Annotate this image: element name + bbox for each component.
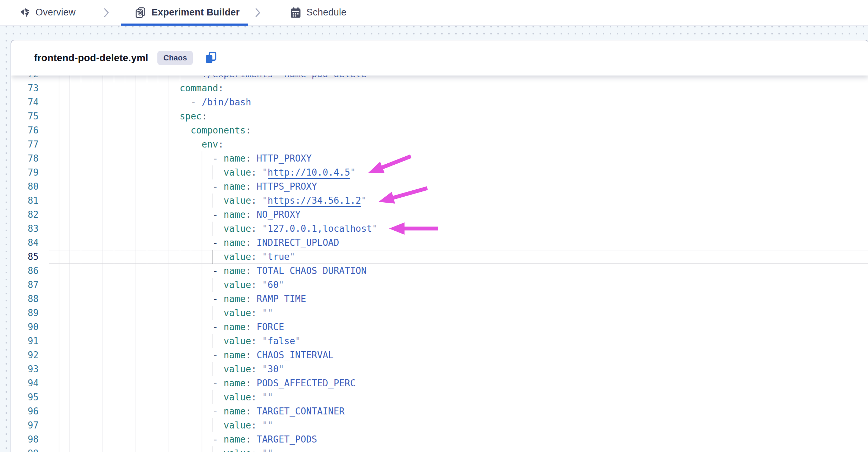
code-line[interactable]: 87 value: "60" xyxy=(11,278,868,292)
code-line[interactable]: 95 value: "" xyxy=(11,390,868,404)
url-link[interactable]: http://10.0.4.5 xyxy=(268,167,350,179)
code-line-text: - name: TARGET_PODS xyxy=(59,432,317,446)
line-number[interactable]: 75 xyxy=(11,109,39,123)
code-line[interactable]: 96 - name: TARGET_CONTAINER xyxy=(11,404,868,418)
code-line-text: value: "" xyxy=(59,418,273,432)
code-line[interactable]: 88 - name: RAMP_TIME xyxy=(11,292,868,306)
line-number[interactable]: 81 xyxy=(11,194,39,208)
code-line[interactable]: 80 - name: HTTPS_PROXY xyxy=(11,179,868,194)
line-number[interactable]: 79 xyxy=(11,165,39,179)
breadcrumb-item-schedule[interactable]: Schedule xyxy=(289,7,346,19)
line-number[interactable]: 99 xyxy=(11,446,39,452)
file-name: frontend-pod-delete.yml xyxy=(34,52,148,64)
line-number[interactable]: 96 xyxy=(11,404,39,418)
line-number[interactable]: 73 xyxy=(11,81,39,95)
breadcrumb-label: Schedule xyxy=(306,7,346,18)
code-line[interactable]: 73 command: xyxy=(11,81,868,95)
line-number[interactable]: 97 xyxy=(11,418,39,432)
code-line[interactable]: 72 - ./experiments -name pod-delete xyxy=(11,76,868,81)
code-line-text: value: "30" xyxy=(59,362,284,376)
code-line[interactable]: 90 - name: FORCE xyxy=(11,320,868,334)
line-number[interactable]: 72 xyxy=(11,76,39,81)
code-line[interactable]: 99 value: "" xyxy=(11,446,868,452)
line-number[interactable]: 98 xyxy=(11,432,39,446)
line-number[interactable]: 80 xyxy=(11,179,39,194)
code-line[interactable]: 85 value: "true" xyxy=(11,250,868,264)
code-line-text: - name: PODS_AFFECTED_PERC xyxy=(59,376,355,390)
code-line[interactable]: 81 value: "https://34.56.1.2" xyxy=(11,194,868,208)
code-line[interactable]: 98 - name: TARGET_PODS xyxy=(11,432,868,446)
line-number[interactable]: 89 xyxy=(11,306,39,320)
code-line[interactable]: 77 env: xyxy=(11,137,868,151)
app-root: { "breadcrumb": { "items": [ { "label": … xyxy=(0,0,868,452)
code-line-text: - name: HTTPS_PROXY xyxy=(59,179,317,194)
line-number[interactable]: 90 xyxy=(11,320,39,334)
line-number[interactable]: 92 xyxy=(11,348,39,362)
line-number[interactable]: 84 xyxy=(11,236,39,250)
code-line[interactable]: 74 - /bin/bash xyxy=(11,95,868,109)
line-number[interactable]: 87 xyxy=(11,278,39,292)
calendar-icon xyxy=(289,7,301,19)
code-line-text: value: "http://10.0.4.5" xyxy=(59,165,355,179)
code-line-text: value: "https://34.56.1.2" xyxy=(59,194,367,208)
code-line[interactable]: 84 - name: INDIRECT_UPLOAD xyxy=(11,236,868,250)
code-line[interactable]: 82 - name: NO_PROXY xyxy=(11,208,868,222)
code-line[interactable]: 83 value: "127.0.0.1,localhost" xyxy=(11,222,868,236)
code-line[interactable]: 91 value: "false" xyxy=(11,334,868,348)
code-line[interactable]: 97 value: "" xyxy=(11,418,868,432)
line-number[interactable]: 94 xyxy=(11,376,39,390)
breadcrumb-item-experiment-builder[interactable]: Experiment Builder xyxy=(135,7,240,19)
active-tab-underline xyxy=(121,24,248,26)
code-line[interactable]: 79 value: "http://10.0.4.5" xyxy=(11,165,868,179)
code-line-text: - name: TARGET_CONTAINER xyxy=(59,404,345,418)
code-line[interactable]: 93 value: "30" xyxy=(11,362,868,376)
chaos-badge: Chaos xyxy=(157,51,193,65)
line-number[interactable]: 91 xyxy=(11,334,39,348)
line-number[interactable]: 78 xyxy=(11,151,39,165)
code-line-text: command: xyxy=(59,81,224,95)
yaml-editor-card: frontend-pod-delete.yml Chaos 72 - ./exp… xyxy=(11,40,868,452)
yaml-code-editor[interactable]: 72 - ./experiments -name pod-delete73 co… xyxy=(11,76,868,452)
experiment-builder-icon xyxy=(135,7,146,19)
code-line[interactable]: 75 spec: xyxy=(11,109,868,123)
code-line[interactable]: 86 - name: TOTAL_CHAOS_DURATION xyxy=(11,264,868,278)
line-number[interactable]: 82 xyxy=(11,208,39,222)
line-number[interactable]: 95 xyxy=(11,390,39,404)
code-line-text: - name: INDIRECT_UPLOAD xyxy=(59,236,339,250)
copy-button[interactable] xyxy=(204,51,217,65)
code-line-text: value: "false" xyxy=(59,334,301,348)
line-number[interactable]: 85 xyxy=(11,250,39,264)
code-line[interactable]: 89 value: "" xyxy=(11,306,868,320)
line-number[interactable]: 83 xyxy=(11,222,39,236)
code-line-text: components: xyxy=(59,123,251,137)
line-number[interactable]: 74 xyxy=(11,95,39,109)
code-line-text: value: "127.0.0.1,localhost" xyxy=(59,222,378,236)
code-line-text: - name: RAMP_TIME xyxy=(59,292,306,306)
overview-pinwheel-icon xyxy=(19,7,31,18)
editor-header: frontend-pod-delete.yml Chaos xyxy=(11,40,868,76)
line-number[interactable]: 88 xyxy=(11,292,39,306)
code-line[interactable]: 78 - name: HTTP_PROXY xyxy=(11,151,868,165)
url-link[interactable]: https://34.56.1.2 xyxy=(268,195,361,207)
code-line[interactable]: 94 - name: PODS_AFFECTED_PERC xyxy=(11,376,868,390)
code-line-text: value: "" xyxy=(59,446,273,452)
code-line-text: - name: CHAOS_INTERVAL xyxy=(59,348,334,362)
code-line-text: value: "" xyxy=(59,390,273,404)
code-line-text: - name: HTTP_PROXY xyxy=(59,151,312,165)
breadcrumb-item-overview[interactable]: Overview xyxy=(19,7,76,18)
chevron-right-icon xyxy=(254,7,261,18)
line-number[interactable]: 93 xyxy=(11,362,39,376)
code-line-text: env: xyxy=(59,137,224,151)
code-line-text: - ./experiments -name pod-delete xyxy=(59,76,367,81)
breadcrumb-label: Overview xyxy=(35,7,76,18)
code-line-text: value: "true" xyxy=(59,250,295,264)
code-line-text: - name: TOTAL_CHAOS_DURATION xyxy=(59,264,367,278)
code-line[interactable]: 92 - name: CHAOS_INTERVAL xyxy=(11,348,868,362)
line-number[interactable]: 77 xyxy=(11,137,39,151)
line-number[interactable]: 86 xyxy=(11,264,39,278)
code-line[interactable]: 76 components: xyxy=(11,123,868,137)
code-line-text: - name: FORCE xyxy=(59,320,284,334)
line-number[interactable]: 76 xyxy=(11,123,39,137)
breadcrumb-label: Experiment Builder xyxy=(151,7,240,18)
copy-icon xyxy=(204,51,217,65)
